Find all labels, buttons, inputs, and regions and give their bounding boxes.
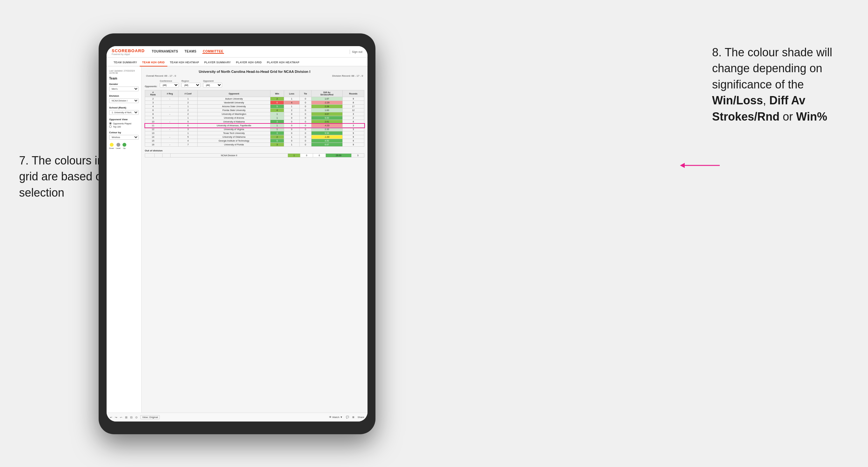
tab-player-summary[interactable]: PLAYER SUMMARY [202, 61, 234, 66]
region-select[interactable]: (All) [181, 83, 200, 88]
table-cell: 3 [342, 124, 364, 128]
feedback-btn[interactable]: 💬 [346, 416, 349, 418]
paste-btn[interactable]: ⊟ [130, 416, 133, 419]
table-cell: 4 [284, 101, 300, 105]
table-cell: 8 [145, 112, 161, 116]
sub-nav: TEAM SUMMARY TEAM H2H GRID TEAM H2H HEAT… [106, 58, 368, 66]
legend-up: Up [123, 143, 126, 149]
comment-btn[interactable]: ⊙ [135, 416, 138, 419]
school-select[interactable]: 1. University of Nort... [109, 110, 139, 115]
sidebar-radio-group: Opponents Played Top 100 [109, 122, 139, 128]
table-row: 16-7University of Florida3106.679 [145, 143, 364, 147]
division-select[interactable]: NCAA Division I [109, 98, 139, 103]
tab-team-summary[interactable]: TEAM SUMMARY [111, 61, 140, 66]
table-cell: 1 [284, 105, 300, 108]
table-cell: 0 [284, 128, 300, 131]
table-cell: 5 [179, 135, 197, 139]
colour-by-select[interactable]: Win/loss [109, 135, 139, 139]
col-reg: # Reg [161, 90, 179, 97]
copy-btn[interactable]: ⊞ [125, 416, 128, 419]
nav-teams[interactable]: TEAMS [184, 50, 197, 54]
watch-btn[interactable]: 👁 Watch ▼ [329, 416, 342, 418]
table-cell [161, 131, 179, 135]
sign-out-link[interactable]: Sign out [352, 50, 363, 54]
tablet-screen: SCOREBOARD Powered by clippd TOURNAMENTS… [106, 46, 368, 422]
table-row: 12-3University of Virginia1002.333 [145, 128, 364, 131]
radio-top-100[interactable]: Top 100 [109, 125, 139, 128]
table-cell: 2 [271, 97, 284, 101]
table-cell: 0 [284, 112, 300, 116]
table-cell [161, 108, 179, 112]
od-win: 1 [288, 154, 300, 157]
colour-legend: Down Level Up [109, 143, 139, 149]
table-cell: 9.00 [311, 116, 342, 120]
table-cell: 0 [300, 105, 311, 108]
table-row: 8-2University of Washington1003.673 [145, 112, 364, 116]
table-cell: 4 [145, 105, 161, 108]
table-cell: 2 [179, 101, 197, 105]
table-cell: 1 [271, 124, 284, 128]
table-cell: 16 [145, 143, 161, 147]
sidebar-division-section: Division NCAA Division I [109, 94, 139, 103]
svg-marker-3 [680, 163, 685, 168]
table-cell: 13 [145, 131, 161, 135]
opponent-name: University of Oklahoma [197, 135, 271, 139]
table-cell: 0 [284, 131, 300, 135]
table-cell: 6.67 [311, 143, 342, 147]
nav-tournaments[interactable]: TOURNAMENTS [151, 50, 179, 54]
tab-team-h2h-heatmap[interactable]: TEAM H2H HEATMAP [167, 61, 202, 66]
watch-chevron: ▼ [340, 416, 343, 418]
table-cell: 2 [342, 116, 364, 120]
opponent-name: University of Virginia [197, 128, 271, 131]
region-filter: Region (All) [181, 80, 200, 88]
opponent-name: University of Arizona [197, 116, 271, 120]
table-cell: 1 [179, 97, 197, 101]
table-cell: 8 [342, 101, 364, 105]
legend-level-dot [117, 143, 120, 147]
opponents-label: Opponents: [145, 85, 157, 88]
table-cell: 11 [145, 124, 161, 128]
table-cell [161, 124, 179, 128]
opponent-name: Arizona State University [197, 105, 271, 108]
out-of-division-label: Out of division [145, 149, 364, 152]
undo-btn[interactable]: ↩ [110, 416, 112, 419]
tab-team-h2h-grid[interactable]: TEAM H2H GRID [140, 61, 167, 66]
legend-level: Level [116, 143, 120, 149]
table-cell: 1 [271, 116, 284, 120]
table-cell: 4.50 [311, 139, 342, 143]
table-cell: 0 [300, 116, 311, 120]
table-cell: 3 [342, 128, 364, 131]
sidebar-school-label: School (Rank) [109, 106, 139, 109]
gender-select[interactable]: Men's [109, 87, 139, 91]
tab-player-h2h-heatmap[interactable]: PLAYER H2H HEATMAP [265, 61, 302, 66]
od-reg [155, 154, 163, 157]
sidebar: Last Updated: 27/03/202416:55:38 Team Ge… [106, 66, 142, 413]
conference-select[interactable]: (All) [160, 83, 179, 88]
col-rounds: Rounds [342, 90, 364, 97]
table-row: 4-1Arizona State University5102.2817 [145, 105, 364, 108]
opponent-select[interactable]: (All) [203, 83, 222, 88]
redo-btn[interactable]: ↪ [115, 416, 117, 419]
table-cell: 1.67 [311, 97, 342, 101]
col-win: Win [271, 90, 284, 97]
table-cell: 9 [342, 131, 364, 135]
legend-down: Down [109, 143, 114, 149]
history-btn[interactable]: ⤺ [120, 416, 123, 419]
grid-area: University of North Carolina Head-to-Hea… [142, 66, 368, 413]
legend-up-dot [123, 143, 126, 147]
table-cell: 0 [300, 131, 311, 135]
nav-committee[interactable]: COMMITTEE [203, 50, 224, 54]
share-btn[interactable]: Share [358, 416, 364, 418]
main-content: Last Updated: 27/03/202416:55:38 Team Ge… [106, 66, 368, 413]
grid-btn[interactable]: ⊞ [352, 416, 354, 418]
tablet-frame: SCOREBOARD Powered by clippd TOURNAMENTS… [99, 33, 375, 434]
view-selector[interactable]: View: Original [140, 415, 160, 419]
radio-opponents-played[interactable]: Opponents Played [109, 122, 139, 125]
bottom-toolbar: ↩ ↪ ⤺ ⊞ ⊟ ⊙ View: Original 👁 Watch ▼ 💬 ⊞… [106, 413, 368, 422]
col-loss: Loss [284, 90, 300, 97]
annotation-right: 8. The colour shade will change dependin… [712, 44, 849, 125]
table-row: 32Vanderbilt University040-2.298 [145, 101, 364, 105]
tab-player-h2h-grid[interactable]: PLAYER H2H GRID [234, 61, 265, 66]
toolbar-right: 👁 Watch ▼ 💬 ⊞ Share [329, 416, 364, 418]
table-cell: 14 [145, 135, 161, 139]
